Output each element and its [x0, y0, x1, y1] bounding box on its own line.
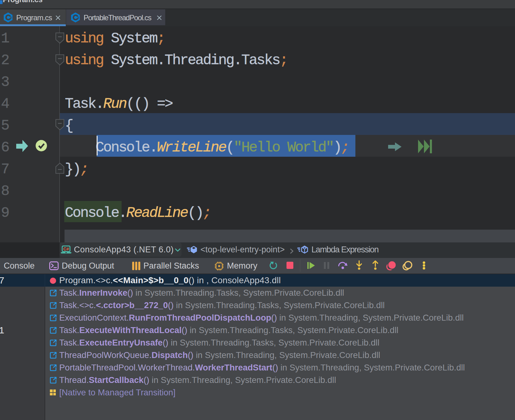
svg-text:#: # — [78, 16, 79, 20]
svg-text:C#: C# — [63, 246, 69, 251]
svg-text:#: # — [10, 16, 12, 20]
